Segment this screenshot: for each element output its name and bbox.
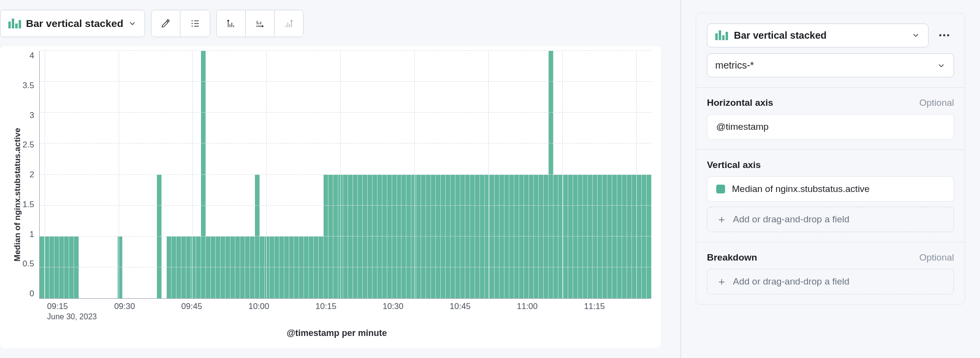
bar[interactable] [617, 175, 622, 299]
bar[interactable] [622, 175, 627, 299]
bar[interactable] [495, 175, 500, 299]
bar[interactable] [348, 175, 353, 299]
bar[interactable] [647, 175, 652, 299]
bar[interactable] [235, 237, 240, 298]
bar[interactable] [368, 175, 373, 299]
horizontal-axis-field[interactable]: @timestamp [707, 114, 954, 140]
bar[interactable] [500, 175, 504, 299]
bar[interactable] [324, 175, 328, 299]
color-palette-button[interactable] [151, 10, 180, 37]
bar[interactable] [519, 175, 524, 299]
bar[interactable] [40, 237, 45, 298]
bar[interactable] [470, 175, 475, 299]
bar[interactable] [314, 237, 319, 298]
bar[interactable] [509, 175, 514, 299]
bar[interactable] [181, 237, 186, 298]
bar[interactable] [553, 175, 558, 299]
bar[interactable] [240, 237, 245, 298]
bar[interactable] [373, 175, 377, 299]
bar[interactable] [568, 175, 573, 299]
bar[interactable] [465, 175, 470, 299]
bar[interactable] [275, 237, 279, 298]
bar[interactable] [255, 175, 260, 299]
bar[interactable] [612, 175, 617, 299]
bar[interactable] [578, 175, 583, 299]
bar[interactable] [549, 51, 553, 298]
bar[interactable] [563, 175, 568, 299]
right-axis-button[interactable] [274, 10, 303, 37]
vertical-axis-field[interactable]: Median of nginx.stubstatus.active [707, 176, 954, 202]
bar[interactable] [358, 175, 363, 299]
breakdown-add-field[interactable]: ＋ Add or drag-and-drop a field [707, 269, 954, 294]
bar[interactable] [176, 237, 181, 298]
bar[interactable] [451, 175, 455, 299]
bar[interactable] [441, 175, 446, 299]
bar[interactable] [593, 175, 598, 299]
bar[interactable] [45, 237, 50, 298]
bar[interactable] [402, 175, 406, 299]
bar[interactable] [221, 237, 226, 298]
bar[interactable] [211, 237, 216, 298]
bar[interactable] [172, 237, 176, 298]
bar[interactable] [328, 175, 333, 299]
bar[interactable] [446, 175, 451, 299]
bar[interactable] [294, 237, 299, 298]
bar[interactable] [245, 237, 250, 298]
bar[interactable] [421, 175, 426, 299]
bar[interactable] [514, 175, 519, 299]
bar[interactable] [54, 237, 59, 298]
bar[interactable] [304, 237, 309, 298]
bar[interactable] [480, 175, 485, 299]
bar[interactable] [74, 237, 79, 298]
bar[interactable] [270, 237, 275, 298]
bar[interactable] [475, 175, 480, 299]
bar[interactable] [460, 175, 465, 299]
bar[interactable] [333, 175, 338, 299]
bar[interactable] [406, 175, 411, 299]
bar[interactable] [529, 175, 534, 299]
bar[interactable] [64, 237, 69, 298]
bar[interactable] [343, 175, 348, 299]
bar[interactable] [431, 175, 436, 299]
vertical-axis-add-field[interactable]: ＋ Add or drag-and-drop a field [707, 207, 954, 232]
bar[interactable] [186, 237, 191, 298]
bar[interactable] [59, 237, 64, 298]
bar[interactable] [455, 175, 460, 299]
bar[interactable] [201, 51, 206, 298]
bar[interactable] [69, 237, 74, 298]
bar[interactable] [363, 175, 368, 299]
bar[interactable] [382, 175, 387, 299]
bar[interactable] [573, 175, 578, 299]
legend-settings-button[interactable] [180, 10, 210, 37]
bar[interactable] [637, 175, 642, 299]
bar[interactable] [490, 175, 495, 299]
index-pattern-select[interactable]: metrics-* [707, 53, 954, 77]
bar[interactable] [544, 175, 549, 299]
layer-actions-button[interactable] [934, 23, 954, 48]
bar[interactable] [289, 237, 294, 298]
bar[interactable] [167, 237, 172, 298]
bar[interactable] [260, 237, 265, 298]
bar[interactable] [588, 175, 593, 299]
bar[interactable] [319, 237, 324, 298]
bar[interactable] [426, 175, 431, 299]
bar[interactable] [416, 175, 421, 299]
bar[interactable] [603, 175, 607, 299]
bar[interactable] [157, 175, 162, 299]
bar[interactable] [607, 175, 612, 299]
bar[interactable] [206, 237, 211, 298]
bar[interactable] [196, 237, 201, 298]
bar[interactable] [524, 175, 529, 299]
bar[interactable] [377, 175, 382, 299]
bar[interactable] [485, 175, 490, 299]
bottom-axis-button[interactable] [245, 10, 274, 37]
bar[interactable] [230, 237, 235, 298]
bar[interactable] [299, 237, 304, 298]
bar[interactable] [642, 175, 647, 299]
bar[interactable] [392, 175, 397, 299]
bar[interactable] [353, 175, 358, 299]
bar[interactable] [539, 175, 544, 299]
bar[interactable] [216, 237, 221, 298]
left-axis-button[interactable] [217, 10, 245, 37]
bar[interactable] [284, 237, 289, 298]
